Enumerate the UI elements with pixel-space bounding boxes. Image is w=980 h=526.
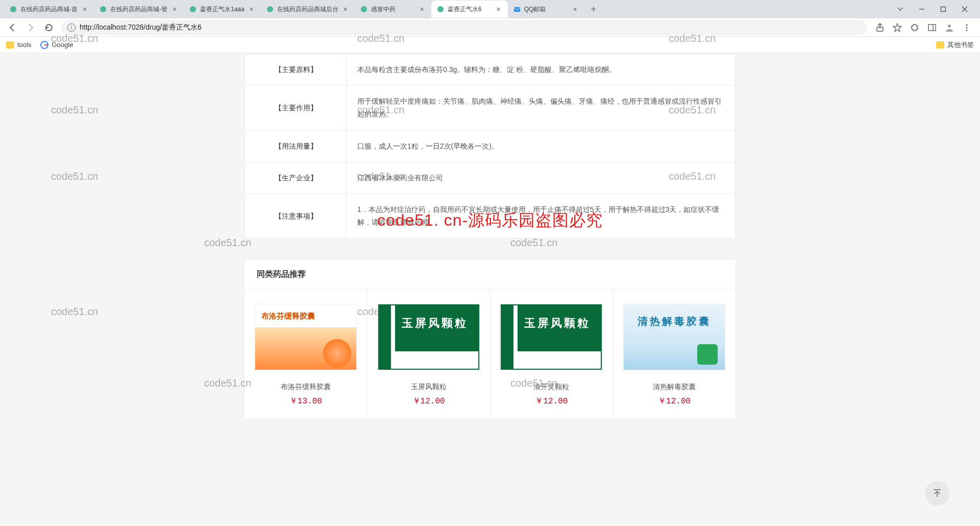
product-name: 清开灵颗粒 — [499, 382, 605, 392]
page-content: code51.cn code51.cn code51.cn code51.cn … — [0, 53, 980, 526]
drug-detail-box: 【主要原料】 本品每粒含主要成份布洛芬0.3g。辅料为：糖、淀 粉、硬脂酸、聚乙… — [244, 53, 736, 239]
folder-icon — [936, 41, 944, 49]
product-name: 清热解毒胶囊 — [621, 382, 727, 392]
star-icon[interactable] — [892, 22, 902, 33]
tab-title: 在线药店药品商城-首 — [20, 5, 78, 14]
bookmarks-bar: tools Google 其他书签 — [0, 37, 980, 53]
product-card[interactable]: 清热解毒胶囊 清热解毒胶囊 ￥12.00 — [613, 290, 736, 419]
tab-5-active[interactable]: 藿香正气水6 × — [431, 1, 508, 18]
bookmark-other[interactable]: 其他书签 — [936, 40, 974, 50]
svg-point-14 — [966, 27, 967, 28]
favicon-icon — [436, 5, 445, 13]
svg-point-2 — [190, 6, 196, 12]
close-icon[interactable]: × — [81, 5, 89, 13]
tab-4[interactable]: 感冒中药 × — [355, 1, 431, 18]
tab-title: 藿香正气水1aaa — [200, 5, 244, 14]
product-price: ￥12.00 — [376, 396, 482, 407]
svg-point-13 — [966, 24, 967, 26]
svg-point-3 — [267, 6, 273, 12]
browser-chrome: 在线药店药品商城-首 × 在线药店药品商城-登 × 藿香正气水1aaa × 在线… — [0, 0, 980, 53]
row-label: 【生产企业】 — [245, 162, 347, 194]
svg-point-1 — [100, 6, 106, 12]
close-icon[interactable]: × — [170, 5, 179, 13]
product-image: 布洛芬缓释胶囊 — [255, 304, 357, 370]
favicon-icon — [99, 5, 107, 13]
row-label: 【用法用量】 — [245, 130, 347, 162]
tab-title: 感冒中药 — [371, 5, 415, 14]
product-image: 清热解毒胶囊 — [623, 304, 725, 370]
tab-title: 藿香正气水6 — [448, 5, 492, 14]
svg-point-5 — [437, 6, 444, 12]
product-card[interactable]: 布洛芬缓释胶囊 布洛芬缓释胶囊 ￥13.00 — [244, 290, 368, 419]
bookmark-label: tools — [17, 41, 31, 49]
favicon-icon — [189, 5, 197, 13]
sidepanel-icon[interactable] — [927, 22, 937, 33]
menu-icon[interactable] — [962, 22, 972, 33]
google-icon — [40, 41, 48, 49]
window-close-icon[interactable] — [958, 2, 972, 16]
close-icon[interactable]: × — [341, 5, 350, 13]
chevron-down-icon[interactable] — [893, 2, 908, 16]
tab-2[interactable]: 藿香正气水1aaa × — [184, 1, 261, 18]
row-value: 江西省冰沐凌药业有限公司 — [347, 162, 736, 194]
svg-point-12 — [948, 25, 951, 28]
product-name: 布洛芬缓释胶囊 — [253, 382, 359, 392]
recommendations-grid: 布洛芬缓释胶囊 布洛芬缓释胶囊 ￥13.00 玉屏风颗粒 玉屏风颗粒 ￥12.0… — [244, 289, 736, 419]
reload-button[interactable] — [41, 19, 57, 36]
row-value: 口服，成人一次1粒，一日2次(早晚各一次)。 — [347, 130, 736, 162]
watermark: code51.cn — [51, 171, 98, 182]
tab-strip: 在线药店药品商城-首 × 在线药店药品商城-登 × 藿香正气水1aaa × 在线… — [0, 0, 980, 18]
tab-1[interactable]: 在线药店药品商城-登 × — [94, 1, 184, 18]
toolbar: i http://localhost:7028/drug/藿香正气水6 — [0, 18, 980, 37]
row-value: 本品每粒含主要成份布洛芬0.3g。辅料为：糖、淀 粉、硬脂酸、聚乙烯吡咯烷酮。 — [347, 54, 736, 86]
minimize-icon[interactable] — [915, 2, 929, 16]
bookmark-tools[interactable]: tools — [6, 41, 31, 49]
tab-title: 在线药店药品商城后台 — [277, 5, 338, 14]
table-row: 【主要作用】 用于缓解轻至中度疼痛如：关节痛、肌肉痛、神经痛、头痛、偏头痛、牙痛… — [245, 86, 736, 130]
favicon-icon — [9, 5, 17, 13]
product-price: ￥13.00 — [253, 396, 359, 407]
close-icon[interactable]: × — [418, 5, 426, 13]
svg-point-0 — [10, 6, 16, 12]
table-row: 【主要原料】 本品每粒含主要成份布洛芬0.3g。辅料为：糖、淀 粉、硬脂酸、聚乙… — [245, 54, 736, 86]
watermark: code51.cn — [51, 104, 98, 116]
tab-title: QQ邮箱 — [524, 5, 568, 14]
extensions-icon[interactable] — [910, 22, 920, 33]
back-button[interactable] — [4, 19, 20, 36]
tab-title: 在线药店药品商城-登 — [110, 5, 167, 14]
product-card[interactable]: 玉屏风颗粒 玉屏风颗粒 ￥12.00 — [368, 290, 491, 419]
favicon-icon — [513, 5, 521, 13]
product-image: 玉屏风颗粒 — [378, 304, 480, 370]
new-tab-button[interactable]: + — [586, 2, 601, 16]
table-row: 【注意事项】 1．本品为对症治疗药，自我用药不宜长期或大量使用，用于止痛不得超过… — [245, 194, 736, 238]
svg-point-4 — [361, 6, 367, 12]
favicon-icon — [360, 5, 368, 13]
row-label: 【主要作用】 — [245, 86, 347, 130]
row-label: 【注意事项】 — [245, 194, 347, 238]
back-to-top-button[interactable] — [925, 481, 949, 506]
close-icon[interactable]: × — [495, 5, 503, 13]
tab-3[interactable]: 在线药店药品商城后台 × — [261, 1, 355, 18]
tab-0[interactable]: 在线药店药品商城-首 × — [4, 1, 94, 18]
product-image: 玉屏风颗粒 — [500, 304, 602, 370]
close-icon[interactable]: × — [571, 5, 579, 13]
share-icon[interactable] — [875, 22, 885, 33]
forward-button[interactable] — [22, 19, 39, 36]
maximize-icon[interactable] — [936, 2, 950, 16]
svg-rect-8 — [941, 7, 946, 12]
bookmark-google[interactable]: Google — [40, 41, 73, 49]
row-value: 1．本品为对症治疗药，自我用药不宜长期或大量使用，用于止痛不得超过5天，用于解热… — [347, 194, 736, 238]
row-label: 【主要原料】 — [245, 54, 347, 86]
tab-6[interactable]: QQ邮箱 × — [508, 1, 584, 18]
site-info-icon[interactable]: i — [67, 23, 76, 32]
address-bar[interactable]: i http://localhost:7028/drug/藿香正气水6 — [61, 20, 867, 35]
close-icon[interactable]: × — [248, 5, 256, 13]
profile-icon[interactable] — [944, 22, 954, 33]
bookmark-label: Google — [52, 41, 73, 49]
svg-point-15 — [966, 29, 967, 31]
product-card[interactable]: 玉屏风颗粒 清开灵颗粒 ￥12.00 — [491, 290, 614, 419]
product-name: 玉屏风颗粒 — [376, 382, 482, 392]
favicon-icon — [266, 5, 274, 13]
product-price: ￥12.00 — [499, 396, 605, 407]
bookmark-label: 其他书签 — [947, 40, 974, 50]
